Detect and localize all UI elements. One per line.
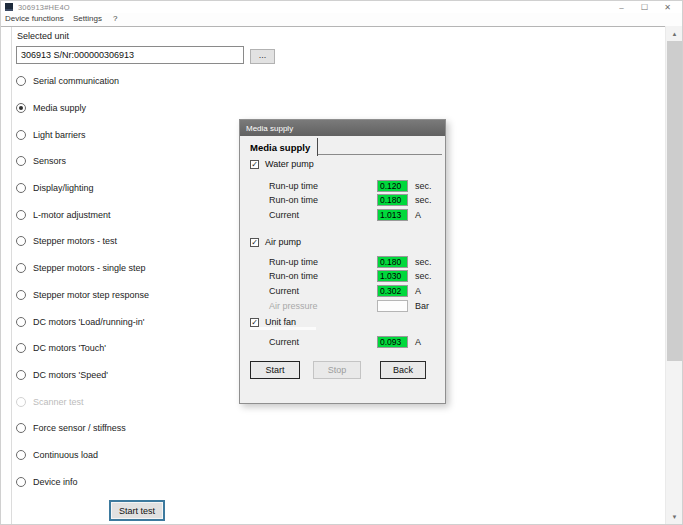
water-pump-checkbox[interactable]: ✓ Water pump xyxy=(250,158,314,170)
radio-icon xyxy=(16,130,26,140)
radio-l-motor-adjustment[interactable]: L-motor adjustment xyxy=(16,201,149,228)
value-field xyxy=(377,300,408,312)
radio-icon xyxy=(16,156,26,166)
unit-label: sec. xyxy=(415,257,432,267)
menu-help[interactable]: ? xyxy=(113,14,117,23)
radio-force-sensor-stiffness[interactable]: Force sensor / stiffness xyxy=(16,415,149,442)
radio-icon xyxy=(16,370,26,380)
radio-icon xyxy=(16,450,26,460)
radio-stepper-motors-test[interactable]: Stepper motors - test xyxy=(16,228,149,255)
unit-label: A xyxy=(415,337,421,347)
menu-device-functions[interactable]: Device functions xyxy=(5,14,64,23)
water-pump-current-row: Current 1.013 A xyxy=(240,209,445,222)
window-title: 306913#HE4O xyxy=(18,3,70,12)
air-pump-current-row: Current 0.302 A xyxy=(240,285,445,298)
radio-icon xyxy=(16,236,26,246)
start-test-button[interactable]: Start test xyxy=(109,500,165,521)
value-field: 1.013 xyxy=(377,209,408,221)
checkbox-checked-icon: ✓ xyxy=(250,238,259,247)
app-icon xyxy=(5,3,13,11)
radio-icon xyxy=(16,477,26,487)
row-label: Air pressure xyxy=(269,301,318,311)
unit-label: A xyxy=(415,210,421,220)
radio-icon xyxy=(16,423,26,433)
value-field: 1.030 xyxy=(377,270,408,282)
window-titlebar[interactable]: 306913#HE4O – ☐ ✕ xyxy=(1,1,682,13)
radio-dc-motors-speed[interactable]: DC motors 'Speed' xyxy=(16,362,149,389)
water-pump-run-up-row: Run-up time 0.120 sec. xyxy=(240,180,445,193)
radio-stepper-motor-step-response[interactable]: Stepper motor step response xyxy=(16,282,149,309)
air-pump-run-up-row: Run-up time 0.180 sec. xyxy=(240,256,445,269)
media-supply-dialog: Media supply Media supply ✓ Water pump R… xyxy=(239,119,446,404)
row-label: Run-up time xyxy=(269,181,318,191)
checkbox-checked-icon: ✓ xyxy=(250,160,259,169)
test-list: Serial communication Media supply Light … xyxy=(16,68,149,495)
water-pump-run-on-row: Run-on time 0.180 sec. xyxy=(240,194,445,207)
value-field: 0.180 xyxy=(377,194,408,206)
unit-label: sec. xyxy=(415,195,432,205)
selected-unit-input[interactable] xyxy=(16,46,244,64)
start-button[interactable]: Start xyxy=(250,361,300,379)
window-controls: – ☐ ✕ xyxy=(610,1,679,13)
checkbox-checked-icon: ✓ xyxy=(250,318,259,327)
close-icon[interactable]: ✕ xyxy=(656,1,679,13)
minimize-icon[interactable]: – xyxy=(610,1,633,13)
row-label: Current xyxy=(269,210,299,220)
radio-icon xyxy=(16,317,26,327)
menu-bar: Device functions Settings ? xyxy=(1,13,682,26)
stop-button: Stop xyxy=(313,361,361,379)
radio-scanner-test: Scanner test xyxy=(16,388,149,415)
radio-icon xyxy=(16,343,26,353)
radio-continuous-load[interactable]: Continuous load xyxy=(16,442,149,469)
scroll-down-icon[interactable]: ▼ xyxy=(666,509,683,524)
panel-left-edge xyxy=(11,27,12,524)
unit-label: sec. xyxy=(415,271,432,281)
row-label: Run-on time xyxy=(269,271,318,281)
vertical-scrollbar[interactable]: ▲ ▼ xyxy=(665,26,682,524)
air-pump-checkbox[interactable]: ✓ Air pump xyxy=(250,236,301,248)
row-label: Run-on time xyxy=(269,195,318,205)
radio-icon xyxy=(16,290,26,300)
value-field: 0.180 xyxy=(377,256,408,268)
tab-media-supply[interactable]: Media supply xyxy=(243,138,318,156)
radio-icon xyxy=(16,397,26,407)
menu-divider xyxy=(1,26,682,27)
radio-light-barriers[interactable]: Light barriers xyxy=(16,121,149,148)
radio-dc-motors-touch[interactable]: DC motors 'Touch' xyxy=(16,335,149,362)
radio-icon xyxy=(16,210,26,220)
selected-unit-label: Selected unit xyxy=(17,31,69,41)
radio-icon xyxy=(16,76,26,86)
scroll-up-icon[interactable]: ▲ xyxy=(666,26,683,41)
radio-display-lighting[interactable]: Display/lighting xyxy=(16,175,149,202)
value-field: 0.093 xyxy=(377,336,408,348)
value-field: 0.120 xyxy=(377,180,408,192)
row-label: Current xyxy=(269,337,299,347)
app-window: 306913#HE4O – ☐ ✕ Device functions Setti… xyxy=(0,0,683,525)
radio-icon xyxy=(16,183,26,193)
radio-stepper-motors-single-step[interactable]: Stepper motors - single step xyxy=(16,255,149,282)
row-label: Current xyxy=(269,286,299,296)
menu-settings[interactable]: Settings xyxy=(73,14,102,23)
radio-sensors[interactable]: Sensors xyxy=(16,148,149,175)
scrollbar-thumb[interactable] xyxy=(667,41,682,361)
radio-dc-motors-load-running-in[interactable]: DC motors 'Load/running-in' xyxy=(16,308,149,335)
radio-serial-communication[interactable]: Serial communication xyxy=(16,68,149,95)
radio-icon xyxy=(16,263,26,273)
air-pump-run-on-row: Run-on time 1.030 sec. xyxy=(240,270,445,283)
unit-label: A xyxy=(415,286,421,296)
radio-icon xyxy=(16,103,26,113)
radio-device-info[interactable]: Device info xyxy=(16,468,149,495)
dialog-titlebar[interactable]: Media supply xyxy=(240,120,445,136)
air-pump-air-pressure-row: Air pressure Bar xyxy=(240,300,445,313)
back-button[interactable]: Back xyxy=(380,361,426,379)
unit-fan-progress-strip xyxy=(250,327,316,330)
browse-unit-button[interactable]: ... xyxy=(250,49,275,64)
value-field: 0.302 xyxy=(377,285,408,297)
dialog-tab-strip: Media supply xyxy=(243,138,442,155)
unit-fan-current-row: Current 0.093 A xyxy=(240,336,445,349)
radio-media-supply[interactable]: Media supply xyxy=(16,95,149,122)
maximize-icon[interactable]: ☐ xyxy=(633,1,656,13)
row-label: Run-up time xyxy=(269,257,318,267)
unit-label: sec. xyxy=(415,181,432,191)
unit-label: Bar xyxy=(415,301,429,311)
